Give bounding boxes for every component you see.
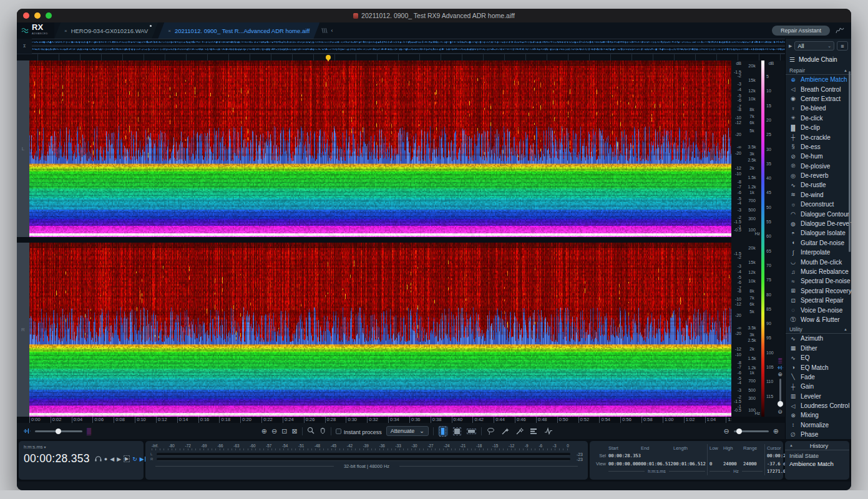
collapse-overview-icon[interactable]: ⌄⌃ bbox=[17, 39, 32, 54]
time-selection-icon[interactable] bbox=[438, 426, 448, 436]
zoom-window-icon[interactable] bbox=[46, 12, 52, 19]
meter-peak-left[interactable]: -23 bbox=[573, 452, 583, 457]
module-item-wow-flutter[interactable]: ⓎWow & Flutter bbox=[786, 315, 851, 324]
hand-icon[interactable] bbox=[319, 427, 326, 435]
tab-scroll-left-icon[interactable]: ‹ bbox=[331, 27, 333, 34]
module-menu-button[interactable]: ≡ bbox=[837, 41, 848, 51]
meter-peak-right[interactable]: -23 bbox=[573, 457, 583, 462]
h-zoom-knob[interactable] bbox=[736, 429, 742, 434]
module-list-scrollbar[interactable] bbox=[849, 71, 851, 252]
flatten-icon[interactable] bbox=[529, 426, 539, 436]
module-item-de-crackle[interactable]: ┼De-crackle bbox=[786, 132, 851, 142]
play-selection-icon[interactable]: ▶ bbox=[124, 455, 130, 462]
h-zoom-out-icon[interactable]: ⊖ bbox=[724, 427, 729, 435]
module-item-leveler[interactable]: ▥Leveler bbox=[786, 392, 851, 401]
module-item-de-hum[interactable]: ⊘De-hum bbox=[786, 152, 851, 161]
vertical-zoom-out-icon[interactable]: ⊖ bbox=[778, 409, 783, 414]
module-item-eq-match[interactable]: ◑EQ Match bbox=[786, 362, 851, 372]
module-item-eq[interactable]: ∿EQ bbox=[786, 353, 851, 362]
headphones-icon[interactable] bbox=[95, 456, 102, 462]
blend-slider-knob[interactable] bbox=[56, 429, 61, 434]
tab-20211012-0900-test-r-adv[interactable]: ×20211012. 0900_ Test R...Advanced ADR h… bbox=[158, 22, 319, 39]
view-start-value[interactable]: 00:00:00.000 bbox=[608, 461, 641, 467]
module-item-de-reverb[interactable]: ◎De-reverb bbox=[786, 171, 851, 180]
module-item-ambience-match[interactable]: ⊕Ambience Match bbox=[786, 75, 851, 84]
module-item-dialogue-isolate[interactable]: ◓Dialogue Isolate bbox=[786, 228, 851, 238]
module-item-dither[interactable]: ▦Dither bbox=[786, 344, 851, 353]
module-item-mouth-de-click[interactable]: ◡Mouth De-click bbox=[786, 257, 851, 266]
module-item-de-bleed[interactable]: ♀De-bleed bbox=[786, 104, 851, 113]
history-item[interactable]: Initial State bbox=[789, 452, 845, 460]
instant-process-toggle[interactable]: Instant process bbox=[336, 425, 382, 437]
repair-assistant-button[interactable]: Repair Assistant bbox=[772, 26, 830, 36]
module-item-de-wind[interactable]: ≋De-wind bbox=[786, 190, 851, 200]
module-item-de-clip[interactable]: ▐▌De-clip bbox=[786, 123, 851, 132]
module-item-dialogue-de-reverb[interactable]: ◍Dialogue De-reverb bbox=[786, 219, 851, 228]
tab-list-icon[interactable] bbox=[321, 27, 328, 34]
waveform-view-icon[interactable] bbox=[777, 366, 783, 370]
record-icon[interactable]: ● bbox=[104, 456, 107, 462]
loop-icon[interactable]: ↻ bbox=[132, 456, 137, 462]
module-item-guitar-de-noise[interactable]: ◖Guitar De-noise bbox=[786, 238, 851, 248]
module-item-normalize[interactable]: ↕Normalize bbox=[786, 420, 851, 430]
spectrogram-view-icon[interactable]: ▒ bbox=[778, 359, 782, 364]
module-item-loudness-control[interactable]: ◁Loudness Control bbox=[786, 401, 851, 410]
repair-assistant-icon[interactable] bbox=[835, 26, 845, 35]
waveform-spectrogram-blend-slider[interactable] bbox=[35, 430, 82, 432]
module-item-center-extract[interactable]: ◉Center Extract bbox=[786, 94, 851, 104]
time-ruler-bottom[interactable]: 0:000:020:040:060:080:100:120:140:160:18… bbox=[29, 417, 731, 423]
module-item-de-click[interactable]: ✳De-click bbox=[786, 114, 851, 123]
overview-waveform-canvas[interactable] bbox=[32, 39, 785, 54]
close-tab-icon[interactable]: × bbox=[168, 28, 171, 34]
section-collapse-icon[interactable]: ▲ bbox=[844, 327, 847, 331]
zoom-fit-icon[interactable]: ⊠ bbox=[291, 427, 297, 435]
signal-chain-icon[interactable] bbox=[544, 426, 553, 436]
module-item-azimuth[interactable]: ∿Azimuth bbox=[786, 334, 851, 343]
spectrogram-blend-icon[interactable]: ▒ bbox=[87, 428, 91, 435]
process-mode-select[interactable]: Attenuate⌄ bbox=[386, 426, 429, 436]
freq-high-value[interactable]: 24000 bbox=[723, 461, 743, 467]
time-frequency-selection-icon[interactable] bbox=[452, 426, 462, 436]
magnifier-icon[interactable] bbox=[307, 427, 315, 435]
module-item-deconstruct[interactable]: ☼Deconstruct bbox=[786, 200, 851, 209]
module-item-music-rebalance[interactable]: ♫Music Rebalance bbox=[786, 267, 851, 276]
previous-icon[interactable]: ◀ bbox=[110, 456, 114, 462]
module-item-de-plosive[interactable]: ℗De-plosive bbox=[786, 162, 851, 171]
module-item-breath-control[interactable]: ◁Breath Control bbox=[786, 84, 851, 94]
minimize-window-icon[interactable] bbox=[34, 12, 41, 19]
module-item-spectral-de-noise[interactable]: ≈Spectral De-noise bbox=[786, 276, 851, 286]
module-item-fade[interactable]: ╲Fade bbox=[786, 372, 851, 382]
lasso-icon[interactable] bbox=[486, 426, 496, 436]
view-end-value[interactable]: 00:01:06.512 bbox=[641, 461, 673, 467]
module-item-spectral-repair[interactable]: ⊡Spectral Repair bbox=[786, 296, 851, 305]
h-zoom-slider[interactable] bbox=[734, 430, 769, 432]
vertical-zoom-in-icon[interactable]: ⊕ bbox=[778, 372, 783, 377]
time-format-select[interactable]: h:m:s.ms ▾ bbox=[24, 444, 139, 450]
close-tab-icon[interactable]: × bbox=[64, 28, 67, 34]
playhead-marker[interactable] bbox=[326, 55, 331, 60]
module-chain-item[interactable]: ☰ Module Chain bbox=[786, 53, 851, 65]
freq-low-value[interactable]: 0 bbox=[710, 461, 723, 467]
h-zoom-in-icon[interactable]: ⊕ bbox=[773, 427, 779, 435]
spectrogram-canvas-right[interactable] bbox=[29, 243, 731, 417]
zoom-in-icon[interactable]: ⊕ bbox=[261, 427, 267, 435]
frequency-selection-icon[interactable] bbox=[467, 426, 477, 436]
time-ruler-top[interactable] bbox=[17, 54, 785, 61]
module-item-phase[interactable]: ∅Phase bbox=[786, 430, 851, 439]
instant-process-checkbox[interactable] bbox=[336, 429, 341, 434]
module-item-voice-de-noise[interactable]: ◌Voice De-noise bbox=[786, 305, 851, 314]
module-item-de-rustle[interactable]: ∿De-rustle bbox=[786, 180, 851, 190]
vertical-zoom-knob[interactable] bbox=[778, 401, 783, 407]
module-item-spectral-recovery[interactable]: ⊞Spectral Recovery bbox=[786, 286, 851, 296]
magic-wand-icon[interactable] bbox=[515, 426, 525, 436]
module-item-interpolate[interactable]: ∫Interpolate bbox=[786, 248, 851, 257]
freq-range-value[interactable]: 24000 bbox=[743, 461, 763, 467]
history-item[interactable]: Ambience Match bbox=[789, 460, 845, 468]
wand-icon[interactable] bbox=[500, 426, 510, 436]
zoom-selection-icon[interactable]: ⊡ bbox=[281, 427, 287, 435]
vertical-zoom-slider[interactable] bbox=[779, 379, 781, 407]
selection-start-value[interactable]: 00:00:28.353 bbox=[608, 453, 641, 458]
module-item-dialogue-contour[interactable]: ◠Dialogue Contour bbox=[786, 209, 851, 218]
module-item-de-ess[interactable]: §De-ess bbox=[786, 142, 851, 152]
waveform-blend-icon[interactable] bbox=[23, 428, 31, 434]
